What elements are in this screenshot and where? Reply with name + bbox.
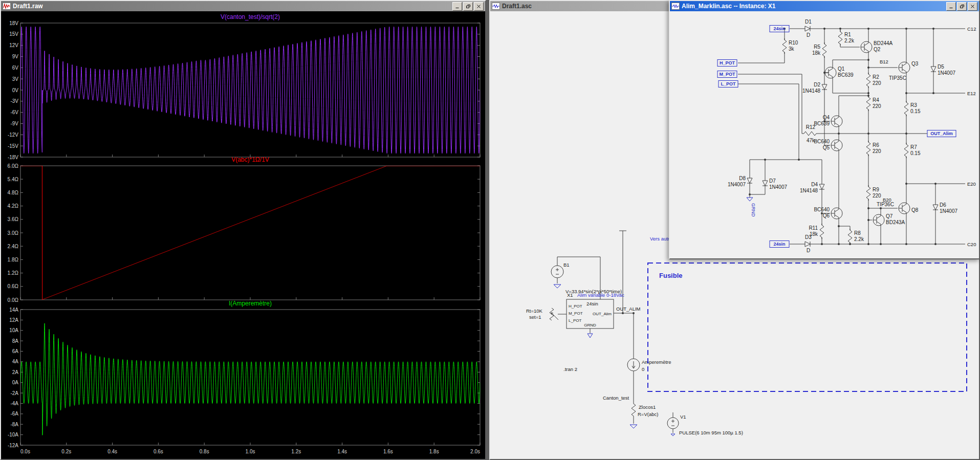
- alim-R9[interactable]: R9220: [866, 185, 881, 201]
- close-button[interactable]: [474, 2, 484, 11]
- alim-R10[interactable]: R103k: [782, 38, 798, 54]
- svg-text:-9V: -9V: [10, 121, 18, 126]
- draft-R=V(abc)[interactable]: R=V(abc): [638, 411, 658, 417]
- alim-Q6[interactable]: BC640Q6: [814, 207, 842, 219]
- alim-R8[interactable]: R82.2k: [848, 229, 864, 244]
- waveform-file-icon: [3, 3, 11, 10]
- alim-L_POT[interactable]: L_POT: [718, 81, 738, 87]
- draft-Fusible[interactable]: Fusible: [648, 263, 967, 391]
- draft-OUT_ALIM[interactable]: OUT_ALIM: [616, 306, 641, 312]
- draft-0[interactable]: 0: [642, 366, 644, 372]
- draft-Canton_test[interactable]: Canton_test: [603, 395, 629, 401]
- draft-V1[interactable]: [667, 418, 679, 429]
- alim-C20[interactable]: C20: [967, 242, 976, 247]
- alim-schematic[interactable]: 24sinD1DR103kR518kR12.2kBD244AQ2Q3TIP35C…: [670, 11, 979, 258]
- alim-B12[interactable]: B12: [880, 59, 888, 64]
- alim-D8[interactable]: D81N4007: [728, 176, 752, 188]
- svg-text:0.2s: 0.2s: [61, 449, 71, 454]
- draft-pinflag[interactable]: [587, 334, 593, 338]
- alim-R4[interactable]: R4220: [866, 96, 881, 111]
- svg-text:H_POT: H_POT: [720, 60, 735, 65]
- draft-B1[interactable]: B1: [563, 262, 570, 268]
- draft-.tran 2[interactable]: .tran 2: [563, 366, 577, 372]
- alim-OUT_Alim[interactable]: OUT_Alim: [927, 130, 956, 137]
- alim-D6[interactable]: D61N4007: [933, 202, 957, 214]
- waveform-plots[interactable]: V(canton_test)/sqrt(2)18V15V12V9V6V3V0V-…: [1, 11, 485, 459]
- alim-Q3[interactable]: Q3TIP35C: [889, 61, 919, 81]
- svg-text:-12A: -12A: [8, 443, 18, 448]
- window-waveform-viewer[interactable]: Draft1.raw V(canton_test)/sqrt(2)18V15V1…: [0, 0, 486, 460]
- alim-schematic-canvas[interactable]: 24sinD1DR103kR518kR12.2kBD244AQ2Q3TIP35C…: [670, 11, 979, 258]
- alim-D4[interactable]: D41N4148: [800, 182, 824, 194]
- alim-E12[interactable]: E12: [967, 91, 976, 96]
- alim-Q1[interactable]: Q1BC639: [825, 66, 854, 78]
- alim-GRND[interactable]: GRND: [747, 198, 756, 217]
- alim-E20[interactable]: E20: [967, 181, 976, 187]
- draft-B1[interactable]: [551, 266, 563, 278]
- schematic-file-icon: [492, 3, 500, 10]
- draft-X1[interactable]: X1: [567, 292, 573, 298]
- alim-Q5[interactable]: BC640Q5: [814, 139, 842, 151]
- alim-24sin[interactable]: 24sin: [770, 241, 789, 248]
- draft-res-v[interactable]: [631, 402, 636, 418]
- minimize-button[interactable]: [452, 2, 462, 11]
- draft-gnd[interactable]: [671, 434, 675, 436]
- restore-button[interactable]: [957, 2, 967, 11]
- svg-text:OUT_Alim: OUT_Alim: [593, 312, 612, 316]
- alim-R6[interactable]: R6220: [866, 141, 881, 156]
- svg-text:D: D: [807, 32, 810, 38]
- svg-text:0.15: 0.15: [910, 150, 921, 156]
- alim-R1[interactable]: R12.2k: [838, 30, 855, 46]
- draft-V1[interactable]: V1: [680, 414, 686, 420]
- svg-text:C12: C12: [967, 26, 976, 32]
- alim-D3[interactable]: D3D: [801, 234, 816, 253]
- draft-Amperemètre[interactable]: Amperemètre: [642, 359, 671, 365]
- window-alim-schematic[interactable]: Alim_Marklin.asc -- Instance: X1 24sinD1…: [669, 0, 980, 259]
- restore-button[interactable]: [463, 2, 473, 11]
- plot-pane-2[interactable]: V(abc)*1Ω/1V6.0Ω5.4Ω4.8Ω4.2Ω3.6Ω3.0Ω2.4Ω…: [8, 156, 480, 303]
- svg-text:-2A: -2A: [10, 390, 18, 396]
- alim-M_POT[interactable]: M_POT: [717, 71, 737, 78]
- alim-Q4[interactable]: Q4BC639: [814, 115, 842, 127]
- alim-R5[interactable]: R518k: [812, 42, 826, 58]
- draft-Rt=10K[interactable]: Rt=10K: [526, 308, 543, 314]
- draft-set=1[interactable]: set=1: [529, 314, 541, 320]
- draft-PULSE(6 10m 95m 100µ 1.5)[interactable]: PULSE(6 10m 95m 100µ 1.5): [679, 430, 743, 435]
- svg-text:Q1: Q1: [838, 66, 845, 72]
- draft-gnd[interactable]: [554, 284, 561, 288]
- draft-gnd[interactable]: [630, 425, 637, 428]
- alim-D7[interactable]: D71N4007: [763, 178, 787, 190]
- close-button[interactable]: [968, 2, 977, 11]
- svg-text:1.4s: 1.4s: [337, 449, 347, 454]
- svg-text:D2: D2: [814, 82, 820, 87]
- alim-D2[interactable]: D21N4148: [802, 82, 827, 94]
- alim-D5[interactable]: D51N4007: [931, 64, 955, 76]
- svg-text:-15V: -15V: [8, 143, 18, 149]
- draft-Amperemètre[interactable]: [627, 359, 640, 371]
- alim-R3[interactable]: R30.15: [904, 101, 921, 116]
- draft-pot[interactable]: [550, 308, 558, 320]
- svg-text:14A: 14A: [9, 307, 18, 313]
- alim-D1[interactable]: D1D: [801, 19, 816, 38]
- alim-R7[interactable]: R70.15: [904, 143, 921, 158]
- alim-24sin[interactable]: 24sin: [770, 26, 789, 32]
- svg-text:D1: D1: [805, 19, 812, 25]
- svg-text:Q4: Q4: [823, 115, 830, 120]
- alim-H_POT[interactable]: H_POT: [717, 60, 737, 67]
- svg-text:B12: B12: [880, 59, 888, 64]
- draft-24sin[interactable]: 24sin: [586, 301, 598, 306]
- draft-Zlocos1[interactable]: Zlocos1: [639, 404, 656, 410]
- plot-pane-1[interactable]: V(canton_test)/sqrt(2)18V15V12V9V6V3V0V-…: [8, 13, 480, 160]
- draft-Alim variable 0-18Vac[interactable]: Alim variable 0-18Vac: [577, 292, 624, 298]
- alim-Q2[interactable]: BD244AQ2: [861, 40, 893, 53]
- titlebar-waveform[interactable]: Draft1.raw: [1, 1, 485, 11]
- waveform-plot-area[interactable]: V(canton_test)/sqrt(2)18V15V12V9V6V3V0V-…: [1, 11, 485, 459]
- alim-C12[interactable]: C12: [967, 26, 976, 32]
- alim-Q8[interactable]: Q8TIP36C: [877, 202, 919, 214]
- alim-Q7[interactable]: Q7BD243A: [873, 213, 905, 226]
- titlebar-alim[interactable]: Alim_Marklin.asc -- Instance: X1: [670, 1, 979, 11]
- minimize-button[interactable]: [946, 2, 956, 11]
- plot-pane-3[interactable]: I(Amperemètre)14A12A10A8A6A4A2A0A-2A-4A-…: [8, 300, 480, 454]
- svg-text:BC639: BC639: [814, 121, 830, 126]
- alim-R2[interactable]: R2220: [866, 73, 881, 88]
